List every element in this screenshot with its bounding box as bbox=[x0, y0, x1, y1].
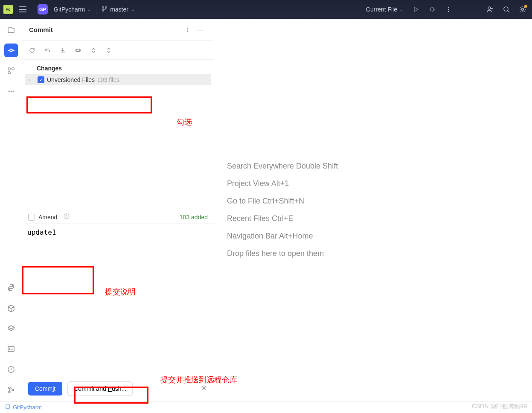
more-options-icon[interactable] bbox=[442, 3, 454, 15]
svg-rect-13 bbox=[8, 72, 10, 74]
commit-message-input[interactable] bbox=[22, 224, 95, 250]
chevron-down-icon: ⌄ bbox=[131, 7, 134, 12]
svg-point-19 bbox=[9, 387, 10, 389]
commit-settings-icon[interactable] bbox=[200, 384, 208, 393]
shelve-icon[interactable] bbox=[57, 45, 68, 56]
commit-panel: Commit — Changes › ✓ Unversioned Files 1… bbox=[22, 19, 214, 401]
terminal-icon[interactable] bbox=[4, 342, 18, 356]
hint-recent: Recent Files Ctrl+E bbox=[227, 214, 532, 223]
diff-preview-icon[interactable] bbox=[73, 45, 84, 56]
svg-point-5 bbox=[448, 9, 449, 10]
problems-icon[interactable] bbox=[4, 363, 18, 376]
commit-toolbar bbox=[22, 41, 214, 60]
left-tool-bar bbox=[0, 19, 22, 401]
status-project-name[interactable]: GitPycharm bbox=[13, 404, 42, 410]
search-icon[interactable] bbox=[500, 3, 512, 15]
watermark: CSDN @阿钰博频99 bbox=[472, 403, 527, 410]
svg-rect-17 bbox=[8, 346, 14, 352]
hint-gotofile: Go to File Ctrl+Shift+N bbox=[227, 197, 532, 206]
python-console-icon[interactable] bbox=[4, 281, 18, 294]
annotation-text: 勾选 bbox=[177, 117, 192, 127]
settings-icon[interactable] bbox=[517, 3, 529, 15]
annotation-box bbox=[26, 96, 152, 113]
annotation-text: 提交并推送到远程仓库 bbox=[160, 375, 237, 385]
options-icon[interactable] bbox=[181, 23, 194, 36]
svg-point-23 bbox=[187, 29, 188, 30]
branch-name: master bbox=[110, 6, 128, 13]
commit-tool-icon[interactable] bbox=[4, 44, 18, 57]
project-tool-icon[interactable] bbox=[4, 23, 18, 37]
commit-button[interactable]: Commit bbox=[28, 382, 62, 396]
hint-search: Search Everywhere Double Shift bbox=[227, 162, 532, 171]
editor-empty-state: Search Everywhere Double Shift Project V… bbox=[214, 19, 532, 401]
module-icon bbox=[5, 404, 10, 410]
svg-point-6 bbox=[448, 11, 449, 12]
annotation-box bbox=[74, 387, 148, 404]
amend-checkbox[interactable] bbox=[28, 214, 35, 221]
project-selector[interactable]: GitPycharm ⌄ bbox=[51, 6, 93, 13]
annotation-text: 提交说明 bbox=[105, 287, 136, 297]
annotation-box bbox=[22, 266, 94, 294]
svg-point-21 bbox=[12, 389, 14, 391]
commit-panel-title: Commit bbox=[29, 26, 181, 33]
run-icon[interactable] bbox=[410, 3, 422, 15]
amend-label: Amend bbox=[38, 214, 57, 221]
debug-icon[interactable] bbox=[426, 3, 438, 15]
hint-project: Project View Alt+1 bbox=[227, 179, 532, 188]
svg-point-24 bbox=[187, 31, 188, 32]
python-packages-icon[interactable] bbox=[4, 301, 18, 315]
services-icon[interactable] bbox=[4, 322, 18, 335]
svg-rect-12 bbox=[12, 68, 14, 70]
file-count: 103 files bbox=[97, 76, 119, 83]
svg-rect-28 bbox=[6, 405, 9, 408]
refresh-icon[interactable] bbox=[26, 45, 38, 56]
svg-point-4 bbox=[448, 7, 449, 8]
unversioned-label: Unversioned Files bbox=[47, 76, 95, 83]
svg-point-15 bbox=[10, 91, 12, 92]
hint-navbar: Navigation Bar Alt+Home bbox=[227, 232, 532, 241]
code-with-me-icon[interactable] bbox=[484, 3, 496, 15]
minimize-icon[interactable]: — bbox=[194, 23, 207, 36]
hint-drop: Drop files here to open them bbox=[227, 249, 532, 258]
svg-point-9 bbox=[522, 9, 524, 11]
changes-label: Changes bbox=[37, 65, 214, 72]
structure-tool-icon[interactable] bbox=[4, 64, 18, 78]
pycharm-logo-icon: PC bbox=[3, 5, 13, 14]
added-count: 103 added bbox=[180, 214, 208, 221]
rollback-icon[interactable] bbox=[42, 45, 53, 56]
svg-point-14 bbox=[8, 91, 9, 92]
top-bar: PC GP GitPycharm ⌄ master ⌄ Current File… bbox=[0, 0, 532, 19]
svg-point-7 bbox=[488, 7, 491, 9]
chevron-down-icon: ⌄ bbox=[400, 7, 403, 12]
unversioned-files-row[interactable]: › ✓ Unversioned Files 103 files bbox=[25, 74, 211, 85]
more-tools-icon[interactable] bbox=[4, 84, 18, 98]
branch-selector[interactable]: master ⌄ bbox=[99, 6, 137, 13]
svg-point-27 bbox=[203, 387, 205, 389]
project-name: GitPycharm bbox=[54, 6, 85, 13]
expand-collapse-icon[interactable] bbox=[88, 45, 99, 56]
svg-point-2 bbox=[105, 6, 107, 8]
history-icon[interactable] bbox=[63, 213, 70, 221]
checkbox-checked-icon[interactable]: ✓ bbox=[38, 76, 44, 83]
svg-point-10 bbox=[10, 49, 12, 52]
svg-point-16 bbox=[12, 91, 14, 92]
project-avatar-icon: GP bbox=[38, 4, 48, 15]
svg-point-20 bbox=[9, 391, 10, 393]
svg-point-8 bbox=[504, 7, 508, 11]
main-menu-icon[interactable] bbox=[19, 4, 29, 15]
run-config-name: Current File bbox=[366, 6, 397, 13]
run-config-selector[interactable]: Current File ⌄ bbox=[363, 6, 406, 13]
svg-point-3 bbox=[430, 8, 434, 11]
svg-point-22 bbox=[187, 27, 188, 28]
branch-icon bbox=[102, 6, 108, 13]
group-by-icon[interactable] bbox=[103, 45, 114, 56]
chevron-down-icon: ⌄ bbox=[87, 7, 91, 12]
svg-rect-11 bbox=[8, 68, 10, 70]
git-tool-icon[interactable] bbox=[4, 383, 18, 397]
chevron-right-icon[interactable]: › bbox=[28, 77, 35, 83]
svg-point-0 bbox=[102, 6, 104, 8]
